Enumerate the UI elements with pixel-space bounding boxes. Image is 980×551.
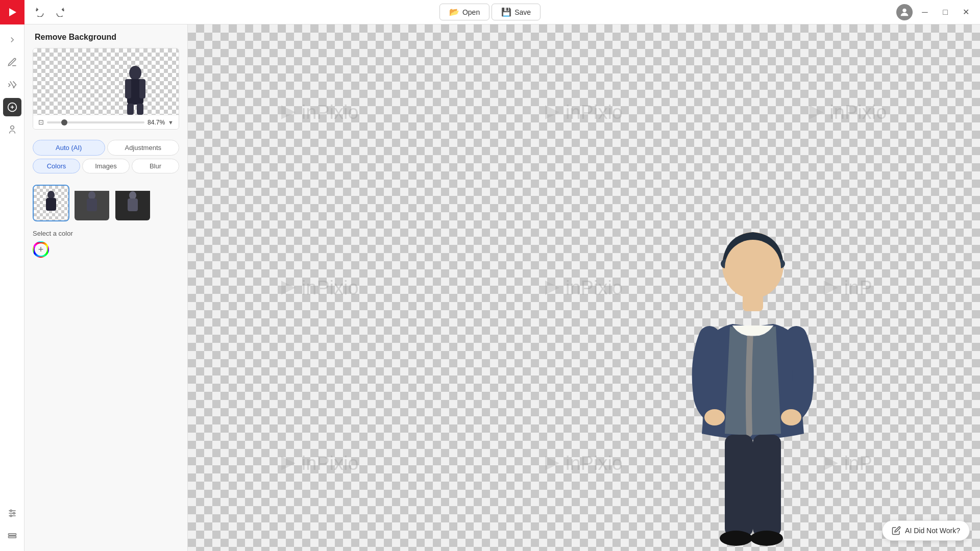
svg-rect-22: [87, 198, 97, 211]
svg-rect-15: [125, 79, 131, 98]
svg-point-34: [750, 531, 783, 546]
swatch-dark-person: [84, 191, 100, 216]
zoom-value: 84.7%: [148, 119, 165, 126]
titlebar-actions: [31, 3, 69, 21]
maximize-button[interactable]: □: [937, 4, 953, 20]
watermark-cell-0: inPixio: [188, 24, 452, 200]
ai-feedback-button[interactable]: AI Did Not Work?: [882, 520, 970, 541]
svg-point-13: [129, 66, 141, 80]
watermark-cell-2: inPixio: [716, 24, 980, 200]
svg-point-2: [902, 8, 906, 12]
watermark-cell-3: inPixio: [188, 200, 452, 375]
close-button[interactable]: ✕: [958, 4, 974, 20]
tabs-container: Auto (AI) Adjustments Colors Images Blur: [24, 136, 187, 181]
open-icon: 📂: [449, 7, 459, 17]
sidebar-expand-button[interactable]: [3, 31, 21, 49]
swatch-dark1[interactable]: [74, 185, 110, 221]
subtab-images[interactable]: Images: [82, 159, 130, 173]
svg-point-27: [725, 240, 781, 296]
subtab-blur[interactable]: Blur: [132, 159, 179, 173]
svg-rect-11: [8, 534, 16, 535]
add-color-button[interactable]: +: [33, 241, 49, 258]
save-button[interactable]: 💾 Save: [492, 4, 541, 20]
subtab-colors[interactable]: Colors: [33, 159, 80, 173]
canvas-area: inPixio inPixio inPixio inPixio inPixio …: [188, 24, 980, 551]
preview-container: ⊡ 84.7% ▼: [33, 48, 179, 130]
preview-controls: ⊡ 84.7% ▼: [33, 115, 179, 129]
zoom-slider-thumb: [61, 119, 67, 126]
svg-point-19: [47, 191, 55, 199]
side-panel: Remove Background ⊡ 84.7%: [24, 24, 188, 551]
file-buttons: 📂 Open 💾 Save: [439, 4, 541, 20]
sidebar-cutout-button[interactable]: [3, 98, 21, 116]
watermark-cell-4: inPixio: [452, 200, 716, 375]
zoom-dropdown-icon[interactable]: ▼: [168, 119, 174, 126]
save-label: Save: [514, 8, 531, 16]
swatch-person: [43, 190, 59, 216]
main-tabs: Auto (AI) Adjustments: [33, 140, 179, 156]
watermark-cell-7: inPixio: [452, 375, 716, 551]
watermark-grid: inPixio inPixio inPixio inPixio inPixio …: [188, 24, 980, 551]
watermark-cell-1: inPixio: [452, 24, 716, 200]
svg-rect-20: [46, 198, 56, 211]
open-label: Open: [462, 8, 480, 16]
panel-title: Remove Background: [24, 24, 187, 48]
svg-rect-17: [127, 104, 134, 115]
sidebar-people-button[interactable]: [3, 120, 21, 139]
zoom-icon: ⊡: [38, 118, 44, 126]
redo-button[interactable]: [51, 3, 69, 21]
titlebar: 📂 Open 💾 Save ─ □ ✕: [0, 0, 980, 24]
svg-point-9: [13, 512, 14, 514]
sidebar-icons: [0, 24, 24, 551]
svg-point-10: [10, 515, 11, 516]
color-swatches: [24, 181, 187, 228]
sidebar-adjustments-button[interactable]: [3, 504, 21, 522]
sub-tabs: Colors Images Blur: [33, 159, 179, 173]
svg-rect-12: [8, 536, 16, 538]
save-icon: 💾: [501, 7, 511, 17]
tab-auto-ai[interactable]: Auto (AI): [33, 140, 105, 156]
svg-rect-28: [743, 293, 763, 311]
minimize-button[interactable]: ─: [917, 4, 933, 20]
main-layout: Remove Background ⊡ 84.7%: [0, 24, 980, 551]
sidebar-draw-button[interactable]: [3, 53, 21, 71]
swatch-darkest-person: [125, 191, 141, 216]
app-logo: [0, 0, 24, 24]
preview-image: [33, 48, 179, 115]
zoom-slider[interactable]: [47, 121, 144, 123]
svg-point-4: [10, 126, 14, 130]
add-color-plus-icon: +: [35, 243, 47, 256]
sidebar-bottom-icons: [3, 504, 21, 551]
swatch-dark2[interactable]: [114, 185, 151, 221]
swatch-mid-color: [75, 191, 109, 221]
swatch-checker-pattern: [34, 186, 68, 220]
undo-button[interactable]: [31, 3, 49, 21]
watermark-cell-6: inPixio: [188, 375, 452, 551]
svg-point-21: [88, 191, 95, 199]
swatch-transparent[interactable]: [33, 185, 69, 221]
select-color-label: Select a color: [24, 228, 187, 241]
person-cutout-svg: [679, 204, 827, 551]
ai-feedback-label: AI Did Not Work?: [905, 527, 960, 535]
svg-point-29: [704, 409, 725, 425]
sidebar-effects-button[interactable]: [3, 76, 21, 94]
svg-rect-31: [725, 435, 753, 537]
user-avatar[interactable]: [896, 4, 913, 20]
svg-rect-32: [753, 435, 781, 537]
svg-rect-18: [137, 104, 143, 115]
tab-adjustments[interactable]: Adjustments: [107, 140, 180, 156]
svg-rect-24: [128, 198, 138, 211]
svg-point-30: [781, 409, 801, 425]
svg-point-33: [720, 531, 752, 546]
open-button[interactable]: 📂 Open: [439, 4, 489, 20]
titlebar-right: ─ □ ✕: [896, 4, 980, 20]
sidebar-layers-button[interactable]: [3, 527, 21, 545]
edit-icon: [892, 526, 901, 535]
svg-point-8: [10, 510, 11, 511]
preview-person-svg: [120, 64, 151, 115]
svg-rect-16: [139, 79, 145, 98]
swatch-dark-color: [115, 191, 150, 221]
svg-point-23: [129, 191, 136, 199]
